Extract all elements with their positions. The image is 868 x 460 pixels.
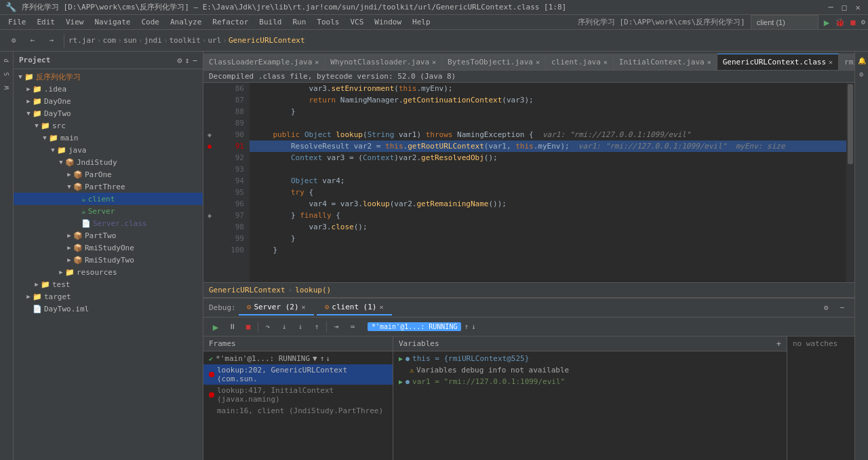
- expand-icon[interactable]: ↕: [185, 56, 190, 65]
- notifications-icon[interactable]: 🔔: [856, 54, 868, 66]
- add-watch-btn[interactable]: +: [776, 339, 781, 349]
- more-btn[interactable]: ⚙: [861, 18, 865, 26]
- step-over-btn[interactable]: ↷: [261, 320, 275, 334]
- tree-item-daytwo[interactable]: ▼ 📁 DayTwo: [14, 107, 203, 119]
- structure-icon[interactable]: S: [1, 68, 13, 80]
- tree-item-partthree[interactable]: ▼ 📦 PartThree: [14, 180, 203, 193]
- tree-item-java[interactable]: ▼ 📁 java: [14, 144, 203, 156]
- tree-item-rmistudytwo[interactable]: ▶ 📦 RmiStudyTwo: [14, 254, 203, 266]
- nav-fwd-btn[interactable]: →: [43, 33, 60, 49]
- path-jndi[interactable]: jndi: [144, 36, 162, 45]
- tab-close-bytes[interactable]: ✕: [536, 58, 540, 66]
- path-toolkit[interactable]: toolkit: [170, 36, 201, 45]
- thread-nav-up[interactable]: ↑: [464, 322, 469, 331]
- step-into-btn[interactable]: ↓: [277, 320, 291, 334]
- pause-btn[interactable]: ⏸: [225, 320, 239, 334]
- tree-item-parone[interactable]: ▶ 📦 ParOne: [14, 168, 203, 180]
- tree-item-jndistudy[interactable]: ▼ 📦 JndiStudy: [14, 156, 203, 168]
- tree-item-main[interactable]: ▼ 📁 main: [14, 132, 203, 144]
- path-class[interactable]: GenericURLContext: [229, 36, 305, 45]
- force-step-into-btn[interactable]: ⇓: [294, 320, 307, 334]
- editor-scrollbar[interactable]: [846, 83, 854, 282]
- breadcrumb-method[interactable]: lookup(): [295, 286, 331, 294]
- var-item-var1[interactable]: ▶ ● var1 = "rmi://127.0.0.1:1099/evil": [393, 376, 787, 387]
- thread-nav-down[interactable]: ↓: [471, 322, 476, 331]
- step-out-btn[interactable]: ↑: [310, 320, 323, 334]
- debug-tab-server[interactable]: ⚙ Server (2) ✕: [239, 300, 314, 315]
- debug-client-close[interactable]: ✕: [380, 303, 384, 311]
- tab-rmiurlcontext[interactable]: rmiURLContext.class ✕: [839, 54, 854, 70]
- settings-icon-right[interactable]: ⚙: [856, 68, 868, 80]
- tree-item-rmistudyone[interactable]: ▶ 📦 RmiStudyOne: [14, 242, 203, 254]
- frame-item-0[interactable]: lookup:202, GenericURLContext (com.sun.: [203, 364, 393, 385]
- tree-item-daytwo-iml[interactable]: 📄 DayTwo.iml: [14, 303, 203, 315]
- tree-item-parttwo[interactable]: ▶ 📦 PartTwo: [14, 229, 203, 242]
- tab-close-whynot[interactable]: ✕: [432, 58, 436, 66]
- resume-btn[interactable]: ▶: [209, 320, 222, 334]
- menu-code[interactable]: Code: [136, 16, 165, 28]
- menu-window[interactable]: Window: [369, 16, 407, 28]
- tree-item-server[interactable]: ☕ Server: [14, 205, 203, 217]
- debug-close-btn[interactable]: −: [835, 301, 849, 315]
- tree-item-test[interactable]: ▶ 📁 test: [14, 278, 203, 290]
- project-panel-icon[interactable]: P: [1, 54, 13, 66]
- menu-build[interactable]: Build: [254, 16, 287, 28]
- stop-debug-btn[interactable]: ■: [241, 320, 255, 334]
- frame-up-btn[interactable]: ↑: [320, 354, 325, 363]
- project-settings-btn[interactable]: ⚙: [5, 33, 22, 49]
- tree-item-target[interactable]: ▶ 📁 target: [14, 290, 203, 303]
- tab-genericurlcontext[interactable]: GenericURLContext.class ✕: [717, 54, 839, 70]
- menu-view[interactable]: View: [60, 16, 90, 28]
- tree-item-root[interactable]: ▼ 📁 反序列化学习: [14, 71, 203, 83]
- nav-back-btn[interactable]: ←: [24, 33, 41, 49]
- close-button[interactable]: ✕: [853, 3, 863, 12]
- tab-classloaderexample[interactable]: ClassLoaderExample.java ✕: [203, 54, 325, 70]
- tab-whynotclassloader[interactable]: WhynotClassloader.java ✕: [325, 54, 442, 70]
- stop-button[interactable]: ■: [850, 18, 855, 27]
- tab-close-generic[interactable]: ✕: [829, 58, 833, 66]
- web-icon[interactable]: W: [1, 81, 13, 94]
- maximize-button[interactable]: □: [840, 3, 849, 12]
- path-sun[interactable]: sun: [123, 36, 137, 45]
- tab-close-classloader[interactable]: ✕: [315, 58, 319, 66]
- path-com[interactable]: com: [102, 36, 116, 45]
- menu-refactor[interactable]: Refactor: [207, 16, 254, 28]
- debug-settings-btn[interactable]: ⚙: [819, 301, 833, 315]
- scrollbar-thumb[interactable]: [848, 84, 853, 164]
- tree-item-client[interactable]: ☕ client: [14, 193, 203, 205]
- gear-icon[interactable]: ⚙: [177, 56, 182, 65]
- menu-analyze[interactable]: Analyze: [165, 16, 207, 28]
- tab-bytestoobjecti[interactable]: BytesToObjecti.java ✕: [442, 54, 546, 70]
- expand-var1-icon[interactable]: ▶: [399, 378, 403, 385]
- tab-close-client[interactable]: ✕: [604, 58, 608, 66]
- tree-item-idea[interactable]: ▶ 📁 .idea: [14, 83, 203, 95]
- minimize-button[interactable]: ─: [826, 3, 835, 12]
- frame-item-2[interactable]: main:16, client (JndiStudy.PartThree): [203, 405, 393, 417]
- code-editor[interactable]: ◆ ● ◆ 86 87 88: [203, 83, 854, 282]
- path-url[interactable]: url: [208, 36, 221, 45]
- tree-item-server-class[interactable]: 📄 Server.class: [14, 217, 203, 229]
- run-to-cursor-btn[interactable]: ⇥: [330, 320, 343, 334]
- tab-initialcontext[interactable]: InitialContext.java ✕: [614, 54, 717, 70]
- collapse-icon[interactable]: −: [193, 56, 197, 65]
- tree-item-resources[interactable]: ▶ 📁 resources: [14, 266, 203, 278]
- run-button[interactable]: ▶: [824, 17, 829, 28]
- expand-this-icon[interactable]: ▶: [399, 355, 403, 362]
- frame-down-btn[interactable]: ↓: [326, 354, 330, 363]
- thread-dropdown-icon[interactable]: ▼: [313, 354, 317, 363]
- tree-item-src[interactable]: ▼ 📁 src: [14, 119, 203, 132]
- menu-help[interactable]: Help: [407, 16, 436, 28]
- path-rt-jar[interactable]: rt.jar: [68, 36, 96, 45]
- search-input[interactable]: [751, 15, 818, 30]
- tab-close-initial[interactable]: ✕: [707, 58, 711, 66]
- menu-navigate[interactable]: Navigate: [90, 16, 136, 28]
- var-item-this[interactable]: ▶ ● this = {rmiURLContext@525}: [393, 353, 787, 364]
- debug-server-close[interactable]: ✕: [302, 303, 306, 311]
- menu-run[interactable]: Run: [287, 16, 311, 28]
- menu-edit[interactable]: Edit: [32, 16, 61, 28]
- tab-client[interactable]: client.java ✕: [546, 54, 614, 70]
- evaluate-btn[interactable]: =: [346, 320, 359, 334]
- debug-tab-client[interactable]: ⚙ client (1) ✕: [317, 300, 392, 315]
- menu-file[interactable]: File: [3, 16, 32, 28]
- breadcrumb-class[interactable]: GenericURLContext: [209, 286, 285, 294]
